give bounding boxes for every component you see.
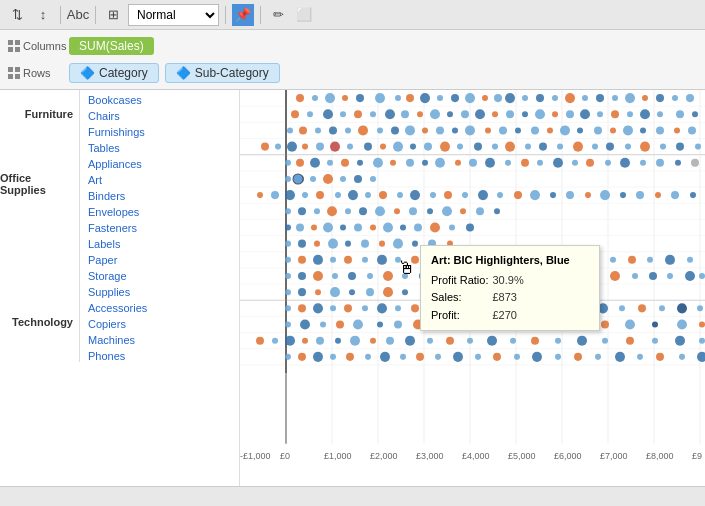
svg-point-162: [485, 158, 495, 168]
svg-point-370: [531, 337, 539, 345]
svg-text:£6,000: £6,000: [554, 451, 581, 461]
svg-point-61: [612, 95, 618, 101]
svg-point-236: [466, 223, 474, 231]
svg-point-241: [345, 241, 351, 247]
svg-point-44: [356, 94, 364, 102]
svg-point-173: [675, 160, 681, 166]
sort-asc-button[interactable]: ⇅: [6, 4, 28, 26]
tables-item[interactable]: Tables: [80, 138, 239, 154]
accessories-item[interactable]: Accessories: [80, 298, 239, 314]
svg-point-160: [455, 160, 461, 166]
svg-point-316: [362, 305, 368, 311]
category-pill[interactable]: 🔷 Category: [69, 63, 159, 83]
columns-shelf: Columns SUM(Sales): [8, 34, 697, 58]
envelopes-item[interactable]: Envelopes: [80, 202, 239, 218]
svg-point-198: [497, 192, 503, 198]
svg-rect-5: [15, 67, 20, 72]
furniture-subs: Bookcases Chairs Furnishings Tables: [80, 90, 239, 154]
tooltip-profit-ratio-row: Profit Ratio: 30.9%: [431, 272, 528, 290]
svg-point-115: [610, 127, 616, 133]
svg-point-56: [536, 94, 544, 102]
sum-sales-pill[interactable]: SUM(Sales): [69, 37, 154, 55]
copiers-item[interactable]: Copiers: [80, 314, 239, 330]
machines-item[interactable]: Machines: [80, 330, 239, 346]
bookcases-item[interactable]: Bookcases: [80, 90, 239, 106]
svg-point-118: [656, 126, 664, 134]
svg-point-159: [435, 158, 445, 168]
svg-point-49: [437, 95, 443, 101]
svg-point-354: [699, 321, 705, 327]
svg-point-175: [285, 176, 291, 182]
subcategory-pill[interactable]: 🔷 Sub-Category: [165, 63, 280, 83]
svg-point-90: [640, 109, 650, 119]
furniture-group: Furniture Bookcases Chairs Furnishings T…: [0, 90, 239, 154]
svg-point-157: [406, 159, 414, 167]
svg-point-151: [310, 158, 320, 168]
svg-point-212: [314, 208, 320, 214]
view-mode-select[interactable]: Normal Standard Entire View Fixed: [128, 4, 219, 26]
fasteners-item[interactable]: Fasteners: [80, 218, 239, 234]
svg-point-221: [460, 208, 466, 214]
art-item[interactable]: Art: [80, 170, 239, 186]
svg-point-156: [390, 160, 396, 166]
svg-point-168: [586, 159, 594, 167]
svg-point-158: [422, 160, 428, 166]
paper-item[interactable]: Paper: [80, 250, 239, 266]
columns-icon: [8, 40, 20, 52]
shelves-area: Columns SUM(Sales) Rows 🔷 Category 🔷 Sub…: [0, 30, 705, 90]
technology-label: Technology: [0, 298, 80, 362]
svg-point-45: [375, 93, 385, 103]
chart-type-button[interactable]: ⊞: [102, 4, 124, 26]
svg-point-253: [362, 257, 368, 263]
svg-point-104: [436, 126, 444, 134]
svg-point-302: [383, 287, 393, 297]
svg-point-398: [656, 353, 664, 361]
svg-point-312: [298, 304, 306, 312]
svg-point-228: [340, 224, 346, 230]
svg-point-214: [345, 208, 351, 214]
comment-button[interactable]: ⬜: [293, 4, 315, 26]
storage-item[interactable]: Storage: [80, 266, 239, 282]
svg-point-169: [605, 160, 611, 166]
svg-point-400: [697, 352, 705, 362]
svg-point-300: [349, 289, 355, 295]
office-supplies-group: Office Supplies Appliances Art Binders E…: [0, 154, 239, 298]
svg-point-98: [345, 127, 351, 133]
svg-text:-£1,000: -£1,000: [240, 451, 270, 461]
chairs-item[interactable]: Chairs: [80, 106, 239, 122]
svg-point-340: [377, 321, 383, 327]
svg-point-76: [430, 109, 440, 119]
svg-point-390: [493, 353, 501, 361]
technology-group: Technology Accessories Copiers Machines …: [0, 298, 239, 362]
svg-point-42: [325, 93, 335, 103]
phones-item[interactable]: Phones: [80, 346, 239, 362]
svg-point-303: [402, 289, 408, 295]
svg-point-186: [302, 192, 308, 198]
svg-point-254: [377, 255, 387, 265]
labels-item[interactable]: Labels: [80, 234, 239, 250]
svg-point-40: [296, 94, 304, 102]
pencil-button[interactable]: ✏: [267, 4, 289, 26]
pin-button[interactable]: 📌: [232, 4, 254, 26]
main-content: Furniture Bookcases Chairs Furnishings T…: [0, 90, 705, 486]
svg-point-127: [347, 144, 353, 150]
svg-point-269: [647, 257, 653, 263]
sort-desc-button[interactable]: ↕: [32, 4, 54, 26]
svg-point-240: [328, 239, 338, 249]
svg-point-244: [393, 239, 403, 249]
svg-point-128: [364, 143, 372, 151]
svg-point-366: [446, 337, 454, 345]
svg-point-381: [330, 354, 336, 360]
svg-text:£9: £9: [692, 451, 702, 461]
svg-rect-1: [15, 40, 20, 45]
svg-point-224: [285, 224, 291, 230]
binders-item[interactable]: Binders: [80, 186, 239, 202]
svg-point-384: [380, 352, 390, 362]
svg-point-387: [435, 354, 441, 360]
furnishings-item[interactable]: Furnishings: [80, 122, 239, 138]
svg-point-105: [452, 127, 458, 133]
appliances-item[interactable]: Appliances: [80, 154, 239, 170]
supplies-item[interactable]: Supplies: [80, 282, 239, 298]
svg-point-57: [552, 95, 558, 101]
abc-button[interactable]: Abc: [67, 4, 89, 26]
